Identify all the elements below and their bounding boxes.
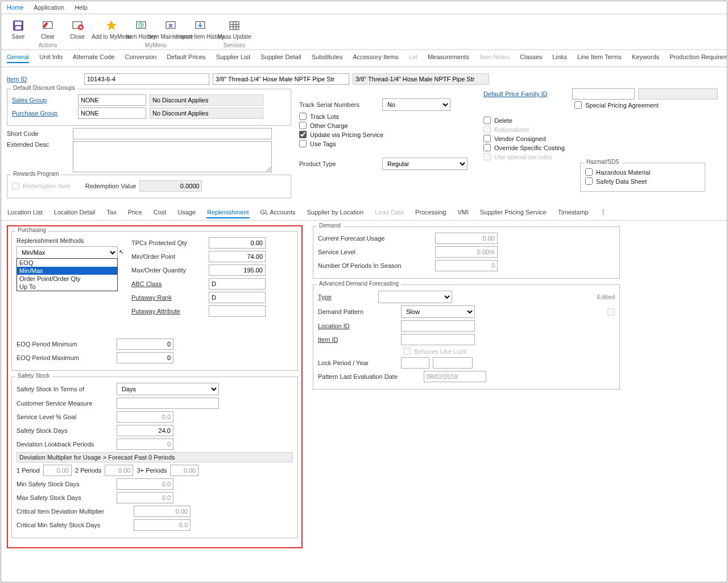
- subtab-supplier-pricing-service[interactable]: Supplier Pricing Service: [479, 209, 547, 218]
- tpcx-input[interactable]: [209, 237, 266, 249]
- tab-accessory-items[interactable]: Accessory Items: [353, 53, 399, 63]
- dd-option-upto[interactable]: Up To: [17, 283, 117, 291]
- maxoq-input[interactable]: [209, 264, 266, 276]
- rewards-program: Rewards Program Redemption Item Redempti…: [7, 175, 291, 199]
- tab-supplier-list[interactable]: Supplier List: [216, 53, 251, 63]
- maintenance-icon: [164, 19, 177, 32]
- tab-alternate-code[interactable]: Alternate Code: [73, 53, 114, 63]
- ddg-legend: Default Discount Groups: [11, 85, 77, 91]
- putaway-attr-input[interactable]: [209, 305, 266, 317]
- rationalized-check: Rationalized: [483, 126, 721, 133]
- menu-help[interactable]: Help: [75, 4, 88, 11]
- import-icon: [193, 19, 207, 32]
- track-serial-label: Track Serial Numbers: [299, 101, 379, 108]
- override-costing-check[interactable]: Override Specific Costing: [483, 144, 721, 151]
- tab-line-item-terms[interactable]: Line Item Terms: [577, 53, 622, 63]
- item-desc1-input[interactable]: [213, 73, 349, 85]
- ss-terms-label: Safety Stock In Terms of: [16, 386, 113, 392]
- tab-links[interactable]: Links: [552, 53, 567, 63]
- default-price-family-input[interactable]: [572, 88, 635, 100]
- subtab-overflow[interactable]: ⋮: [599, 209, 607, 218]
- tab-default-prices[interactable]: Default Prices: [167, 53, 205, 63]
- history-icon: [134, 19, 148, 32]
- update-pricing-check[interactable]: Update via Pricing Service: [299, 131, 475, 138]
- pattern-eval-input: [424, 371, 486, 382]
- track-serial-select[interactable]: No: [382, 98, 450, 111]
- putaway-rank-input[interactable]: [209, 292, 266, 303]
- eoq-min-label: EOQ Period Minimum: [16, 341, 113, 348]
- subtab-tax[interactable]: Tax: [106, 209, 117, 218]
- purchase-group-input[interactable]: [78, 107, 146, 119]
- purchasing-highlight-box: Purchasing Replenishment Methods Min/Max…: [7, 225, 303, 548]
- subtab-vmi[interactable]: VMI: [457, 209, 469, 218]
- tab-conversion[interactable]: Conversion: [125, 53, 157, 63]
- adf-type-select[interactable]: [378, 291, 452, 303]
- subtab-usage[interactable]: Usage: [177, 209, 196, 218]
- slg-label: Service Level % Goal: [16, 414, 113, 420]
- eoq-max-input[interactable]: [117, 352, 173, 363]
- subtab-location-detail[interactable]: Location Detail: [53, 209, 96, 218]
- tab-keywords[interactable]: Keywords: [632, 53, 659, 63]
- delete-check[interactable]: Delete: [483, 117, 721, 124]
- ribbon-group-actions: Save Clear Close Actions: [1, 14, 94, 49]
- redemption-value-label: Redemption Value: [85, 183, 136, 189]
- use-tags-check[interactable]: Use Tags: [299, 140, 475, 147]
- adf-type-label: Type: [318, 293, 375, 300]
- abc-input[interactable]: [209, 278, 266, 290]
- ribbon-group-mymenu: Add to MyMenu Item History Item Maintena…: [94, 14, 217, 49]
- subtab-supplier-by-location[interactable]: Supplier by Location: [307, 209, 365, 218]
- subtab-location-list[interactable]: Location List: [7, 209, 43, 218]
- svg-marker-6: [106, 20, 117, 30]
- ribbon-group-services: Mass Update Services: [217, 14, 251, 49]
- top-tabs: General Unit Info Alternate Code Convers…: [1, 50, 727, 67]
- replenishment-methods-select[interactable]: Min/Max: [16, 246, 118, 259]
- dd-option-opoq[interactable]: Order Point/Order Qty: [17, 275, 117, 283]
- clear-icon: [41, 19, 55, 32]
- other-charge-check[interactable]: Other Charge: [299, 122, 475, 129]
- tab-substitutes[interactable]: Substitutes: [312, 53, 342, 63]
- demand-group: Demand Current Forecast Usage Service Le…: [313, 226, 620, 279]
- ribbon: Save Clear Close Actions Add to MyMenu: [1, 14, 727, 50]
- tab-production-requirements[interactable]: Production Requirements: [669, 53, 727, 63]
- menu-home[interactable]: Home: [7, 4, 23, 11]
- subtab-price[interactable]: Price: [127, 209, 143, 218]
- special-pricing-check[interactable]: Special Pricing Agreement: [574, 101, 721, 109]
- product-type-select[interactable]: Regular: [382, 158, 468, 170]
- svg-rect-11: [230, 22, 239, 30]
- maxoq-label: Max/Order Quantity: [131, 267, 205, 274]
- short-code-input[interactable]: [73, 128, 272, 139]
- hazardous-check[interactable]: Hazardous Material: [585, 168, 700, 176]
- track-lots-check[interactable]: Track Lots: [299, 113, 475, 120]
- subtab-gl-accounts[interactable]: GL Accounts: [260, 209, 296, 218]
- save-icon: [11, 19, 25, 32]
- mass-update-button[interactable]: Mass Update: [221, 18, 248, 41]
- ssd-input[interactable]: [117, 425, 173, 436]
- cminssd-input: [134, 519, 191, 531]
- rewards-legend: Rewards Program: [11, 171, 61, 177]
- dd-option-eoq[interactable]: EOQ: [17, 259, 117, 267]
- extended-desc-input[interactable]: [73, 141, 272, 172]
- demand-pattern-select[interactable]: Slow: [401, 305, 475, 318]
- tab-supplier-detail[interactable]: Supplier Detail: [260, 53, 301, 63]
- subtab-timestamp[interactable]: Timestamp: [557, 209, 589, 218]
- subtab-processing[interactable]: Processing: [415, 209, 446, 218]
- tab-classes[interactable]: Classes: [520, 53, 542, 63]
- eoq-min-input[interactable]: [117, 338, 173, 350]
- menu-application[interactable]: Application: [34, 4, 64, 11]
- minop-input[interactable]: [209, 251, 266, 262]
- dd-option-minmax[interactable]: Min/Max: [17, 267, 117, 275]
- item-id-input[interactable]: [84, 73, 209, 85]
- tab-unit-info[interactable]: Unit Info: [39, 53, 63, 63]
- vendor-consigned-check[interactable]: Vendor Consigned: [483, 135, 721, 142]
- subtab-replenishment[interactable]: Replenishment: [206, 209, 249, 218]
- subtab-cost[interactable]: Cost: [153, 209, 167, 218]
- sds-check[interactable]: Safety Data Sheet: [585, 177, 700, 185]
- tab-general[interactable]: General: [7, 53, 29, 63]
- sales-group-desc: [150, 94, 263, 106]
- tab-measurements[interactable]: Measurements: [428, 53, 469, 63]
- sales-group-input[interactable]: [78, 94, 146, 106]
- ss-terms-select[interactable]: Days: [117, 383, 219, 395]
- purchase-group-label: Purchase Group: [12, 110, 75, 117]
- safety-stock-group: Safety Stock Safety Stock In Terms ofDay…: [11, 377, 298, 538]
- grid-icon: [228, 19, 241, 32]
